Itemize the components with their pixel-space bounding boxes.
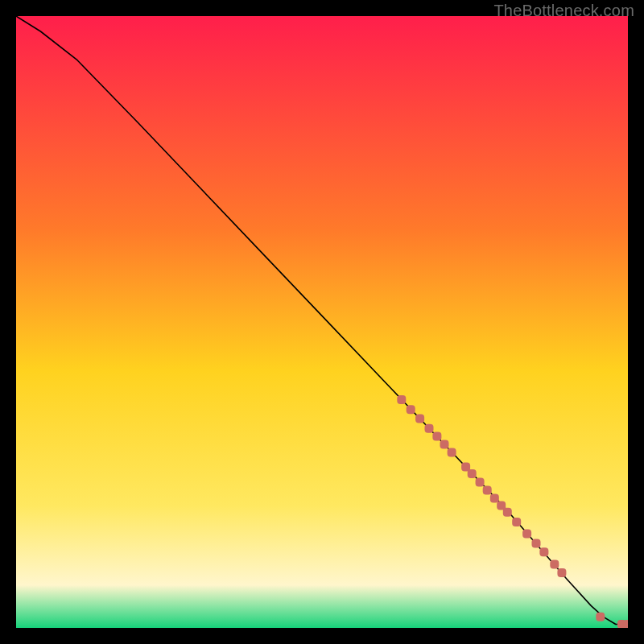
gradient-background bbox=[16, 16, 628, 628]
data-marker bbox=[432, 432, 441, 441]
data-marker bbox=[512, 518, 521, 526]
chart-stage: TheBottleneck.com bbox=[0, 0, 644, 644]
data-marker bbox=[550, 559, 559, 568]
data-marker bbox=[490, 493, 499, 502]
data-marker bbox=[448, 448, 456, 456]
data-marker bbox=[483, 486, 492, 495]
data-marker bbox=[503, 508, 512, 517]
data-marker bbox=[425, 424, 434, 433]
data-marker bbox=[522, 529, 531, 538]
chart-svg bbox=[16, 16, 628, 628]
plot-area bbox=[16, 16, 628, 628]
data-marker bbox=[440, 440, 449, 449]
data-marker bbox=[397, 395, 406, 404]
data-marker bbox=[468, 469, 477, 478]
data-marker bbox=[539, 547, 548, 556]
data-marker bbox=[476, 478, 485, 487]
data-marker bbox=[407, 405, 415, 414]
data-marker bbox=[415, 415, 424, 423]
data-marker bbox=[557, 568, 566, 577]
data-marker bbox=[532, 539, 541, 548]
data-marker bbox=[596, 613, 605, 621]
